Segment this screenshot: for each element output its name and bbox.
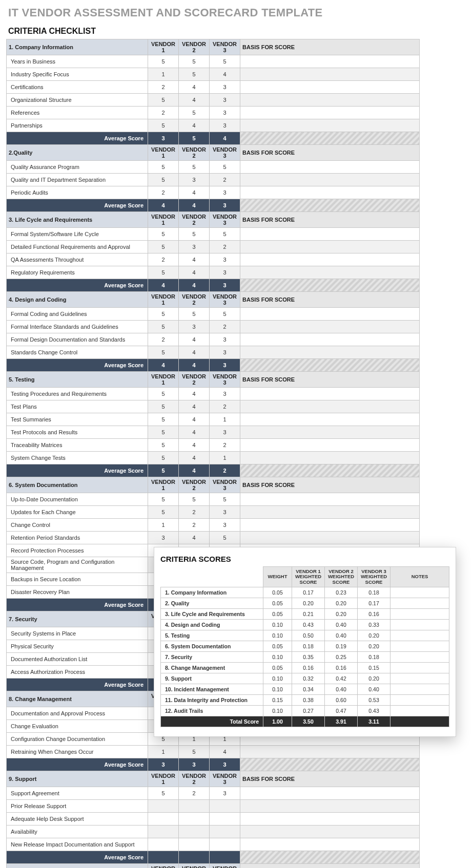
criteria-row: Certifications243 — [7, 81, 420, 94]
score-cell: 5 — [148, 266, 179, 279]
criteria-row: Formal Design Documentation and Standard… — [7, 333, 420, 346]
score-cell: 5 — [148, 94, 179, 107]
col-header-v3: VENDOR 3 — [210, 864, 240, 869]
criteria-label: Adequate Help Desk Support — [7, 813, 148, 825]
score-cell: 5 — [148, 439, 179, 452]
scores-row: 12. Audit Trails0.100.270.470.43 — [161, 706, 449, 716]
scores-cell: 0.43 — [292, 620, 325, 630]
scores-cell: 0.47 — [325, 706, 358, 716]
score-cell — [210, 813, 240, 825]
score-cell: 3 — [148, 532, 179, 544]
average-score-label: Average Score — [7, 758, 148, 771]
basis-cell — [240, 94, 420, 107]
basis-cell — [240, 838, 420, 851]
scores-cell: 0.05 — [263, 587, 292, 598]
scores-notes-cell — [390, 630, 449, 641]
col-header-v1: VENDOR 1 — [148, 39, 179, 55]
scores-cell: 0.34 — [292, 684, 325, 695]
scores-cell: 0.10 — [263, 706, 292, 716]
score-cell: 5 — [148, 241, 179, 253]
criteria-row: Periodic Audits243 — [7, 186, 420, 199]
criteria-row: Prior Release Support — [7, 800, 420, 813]
criteria-row: Regulatory Requirements543 — [7, 266, 420, 279]
scores-total-cell: 3.11 — [358, 716, 390, 727]
col-header-basis: BASIS FOR SCORE — [240, 372, 420, 388]
basis-cell — [240, 400, 420, 413]
criteria-label: References — [7, 107, 148, 119]
scores-cell: 0.10 — [263, 620, 292, 630]
scores-cell: 0.16 — [325, 663, 358, 673]
basis-cell — [240, 81, 420, 94]
scores-cell: 0.60 — [325, 695, 358, 706]
criteria-label: Partnerships — [7, 119, 148, 132]
score-cell: 5 — [210, 532, 240, 544]
scores-notes-cell — [390, 620, 449, 630]
scores-cell: 0.43 — [358, 706, 390, 716]
scores-cell: 0.20 — [358, 630, 390, 641]
criteria-label: Documented Authorization List — [7, 653, 148, 666]
col-header-v2: VENDOR 2 — [179, 292, 210, 308]
score-cell: 3 — [210, 81, 240, 94]
criteria-row: QA Assessments Throughout243 — [7, 253, 420, 266]
score-cell: 5 — [179, 55, 210, 68]
average-score-cell: 3 — [210, 279, 240, 292]
score-cell — [210, 838, 240, 851]
score-cell: 5 — [148, 400, 179, 413]
average-score-cell: 3 — [148, 758, 179, 771]
col-header-v1: VENDOR 1 — [148, 771, 179, 787]
average-score-row: Average Score333 — [7, 758, 420, 771]
criteria-label: System Change Tests — [7, 452, 148, 464]
scores-row: 5. Testing0.100.500.400.20 — [161, 630, 449, 641]
scores-cell: 0.16 — [358, 609, 390, 620]
scores-row-label: 2. Quality — [161, 598, 263, 609]
criteria-row: Organizational Structure543 — [7, 94, 420, 107]
criteria-label: Retraining When Changes Occur — [7, 746, 148, 758]
basis-cell — [240, 346, 420, 359]
average-score-cell: 2 — [210, 464, 240, 477]
score-cell: 2 — [179, 519, 210, 532]
criteria-label: Configuration Change Documentation — [7, 733, 148, 746]
criteria-label: Test Summaries — [7, 413, 148, 426]
scores-cell: 0.20 — [358, 673, 390, 684]
average-score-cell: 4 — [210, 132, 240, 145]
score-cell: 4 — [179, 253, 210, 266]
score-cell: 5 — [148, 413, 179, 426]
score-cell: 5 — [179, 308, 210, 321]
score-cell: 4 — [179, 400, 210, 413]
criteria-label: Quality Assurance Program — [7, 161, 148, 174]
scores-notes-cell — [390, 641, 449, 652]
basis-cell — [240, 532, 420, 544]
scores-col-v1: VENDOR 1 WEIGHTED SCORE — [292, 567, 325, 587]
col-header-v3: VENDOR 3 — [210, 771, 240, 787]
average-score-cell: 4 — [179, 199, 210, 212]
score-cell: 2 — [148, 333, 179, 346]
average-score-cell: 4 — [179, 359, 210, 372]
section-name: 7. Security — [7, 611, 148, 627]
score-cell — [179, 800, 210, 813]
criteria-label: Test Plans — [7, 400, 148, 413]
score-cell: 5 — [148, 161, 179, 174]
score-cell: 3 — [210, 346, 240, 359]
scores-row: 4. Design and Coding0.100.430.400.33 — [161, 620, 449, 630]
criteria-label: Retention Period Standards — [7, 532, 148, 544]
score-cell: 1 — [148, 519, 179, 532]
criteria-label: Source Code, Program and Configuration M… — [7, 557, 148, 573]
scores-notes-cell — [390, 673, 449, 684]
criteria-label: Formal Coding and Guidelines — [7, 308, 148, 321]
average-score-cell: 4 — [148, 359, 179, 372]
criteria-row: Detailed Functional Requirements and App… — [7, 241, 420, 253]
average-score-cell — [148, 851, 179, 864]
section-name: 8. Change Management — [7, 691, 148, 707]
scores-cell: 0.32 — [292, 673, 325, 684]
scores-cell: 0.19 — [325, 641, 358, 652]
average-score-row: Average Score443 — [7, 359, 420, 372]
score-cell — [148, 800, 179, 813]
average-score-cell: 4 — [179, 279, 210, 292]
criteria-label: Updates for Each Change — [7, 506, 148, 519]
scores-notes-cell — [390, 587, 449, 598]
basis-cell — [240, 506, 420, 519]
scores-row-label: 12. Audit Trails — [161, 706, 263, 716]
average-score-cell: 4 — [148, 199, 179, 212]
scores-row-label: 3. Life Cycle and Requirements — [161, 609, 263, 620]
col-header-basis: BASIS FOR SCORE — [240, 864, 420, 869]
